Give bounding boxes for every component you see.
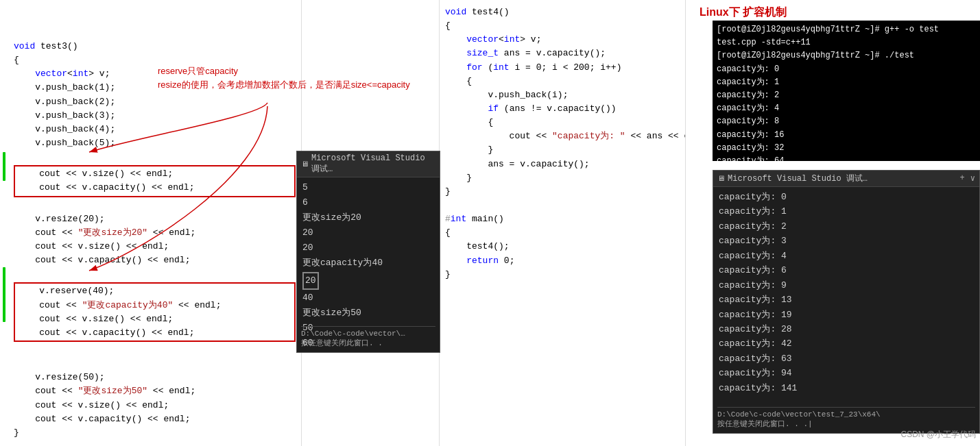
code-line: cout << v.size() << endl;: [18, 312, 291, 326]
terminal-line: capacity为: 1: [717, 76, 976, 89]
vs-line: 更改size为20: [302, 210, 434, 225]
vs-line: capacity为: 42: [719, 336, 974, 351]
vs-line: capacity为: 0: [719, 190, 974, 204]
code-line: }: [445, 171, 682, 185]
code-line: cout << v.capacity() << endl;: [14, 412, 296, 426]
code-line: v.push_back(2);: [14, 95, 296, 109]
code-line: cout << "更改capacity为40" << endl;: [18, 299, 291, 312]
code-line: cout << "更改size为20" << endl;: [14, 226, 296, 240]
vs-line: capacity为: 13: [719, 293, 974, 307]
terminal-line: capacity为: 8: [717, 115, 976, 128]
vs-line: capacity为: 3: [719, 234, 974, 248]
vs-line: capacity为: 9: [719, 278, 974, 293]
linux-section-label: Linux下 扩容机制: [700, 5, 787, 20]
vs-line: 20: [302, 240, 434, 256]
terminal-line: capacity为: 32: [717, 142, 976, 155]
vs-content-right: capacity为: 0 capacity为: 1 capacity为: 2 c…: [713, 187, 979, 398]
vs-line: capacity为: 19: [719, 308, 974, 322]
code-line: cout << v.size() << endl;: [14, 240, 296, 253]
red-highlight-box-1: cout << v.size() << endl; cout << v.capa…: [14, 165, 296, 197]
code-line: size_t ans = v.capacity();: [445, 47, 682, 60]
vs-line: capacity为: 4: [719, 249, 974, 263]
watermark: CSDN @小王学代码: [900, 429, 976, 441]
code-line: cout << "capacity为: " << ans << en: [445, 129, 682, 143]
code-line: v.push_back(i);: [445, 88, 682, 102]
code-line: [14, 199, 296, 212]
vs-title-left: Microsoft Visual Studio 调试…: [311, 153, 435, 175]
code-line: v.push_back(5);: [14, 136, 296, 150]
vs-line: capacity为: 6: [719, 263, 974, 277]
terminal-line: [root@iZ0jl82geus4yqbhg71ttrZ ~]# g++ -o…: [717, 23, 976, 49]
vs-line: 5: [302, 180, 434, 195]
vs-tab-add[interactable]: +: [960, 173, 965, 184]
vs-line: capacity为: 141: [719, 381, 974, 395]
terminal-line: capacity为: 4: [717, 102, 976, 115]
code-line: {: [14, 53, 296, 67]
code-line: }: [445, 185, 682, 199]
vs-line: capacity为: 2: [719, 219, 974, 234]
code-line: #int main(): [445, 212, 682, 226]
code-line: v.push_back(3);: [14, 109, 296, 123]
green-indicator-2: [3, 267, 5, 322]
code-line: }: [445, 143, 682, 157]
vs-popup-right: 🖥 Microsoft Visual Studio 调试… + ∨ capaci…: [713, 170, 980, 434]
terminal-line: [root@iZ0jl82geus4yqbhg71ttrZ ~]# ./test: [717, 49, 976, 62]
vs-footer-right: D:\Code\c-code\vector\test_7_23\x64\按任意键…: [717, 407, 975, 429]
vs-icon-right: 🖥: [717, 174, 725, 183]
vs-footer-left: D:\Code\c-code\vector\…按任意键关闭此窗口. .: [301, 326, 435, 348]
code-line: v.push_back(4);: [14, 123, 296, 136]
vs-line: 更改size为50: [302, 306, 434, 321]
code-line: cout << v.size() << endl;: [14, 399, 296, 412]
code-line: vector<int> v;: [445, 33, 682, 47]
annotation-reserve: reserve只管capacity: [158, 65, 238, 77]
code-line: void test3(): [14, 40, 296, 53]
vs-tab-chevron[interactable]: ∨: [970, 173, 975, 184]
vs-title-controls: + ∨: [960, 173, 975, 184]
terminal-line: capacity为: 64: [717, 155, 976, 168]
code-line: test4();: [445, 240, 682, 253]
code-line: [445, 199, 682, 212]
code-line: cout << v.capacity() << endl;: [18, 181, 291, 195]
code-line: }: [445, 268, 682, 282]
vs-title-left-group: 🖥 Microsoft Visual Studio 调试…: [717, 173, 868, 184]
middle-code-panel: void test4() { vector<int> v; size_t ans…: [439, 0, 686, 446]
vs-line: 6: [302, 195, 434, 210]
vs-line: 20: [302, 272, 319, 290]
code-line: }: [14, 426, 296, 440]
code-line: if (ans != v.capacity()): [445, 102, 682, 116]
vs-line: 20: [302, 225, 434, 240]
code-line: {: [445, 226, 682, 240]
vs-line: 更改capacity为40: [302, 256, 434, 271]
red-highlight-box-2: v.reserve(40); cout << "更改capacity为40" <…: [14, 282, 296, 342]
code-line: [14, 343, 296, 357]
terminal-linux: [root@iZ0jl82geus4yqbhg71ttrZ ~]# g++ -o…: [713, 21, 980, 161]
code-line: cout << "更改size为50" << endl;: [14, 384, 296, 398]
code-line: cout << v.capacity() << endl;: [18, 326, 291, 340]
code-line: ans = v.capacity();: [445, 158, 682, 171]
code-line: [14, 267, 296, 281]
code-line: {: [445, 75, 682, 88]
code-line: cout << v.capacity() << endl;: [14, 253, 296, 267]
code-line: {: [445, 116, 682, 129]
vs-line: capacity为: 1: [719, 204, 974, 219]
terminal-line: capacity为: 0: [717, 63, 976, 76]
annotation-resize: resize的使用，会考虑增加数据个数后，是否满足size<=capacity: [158, 79, 410, 91]
vs-title-right: Microsoft Visual Studio 调试…: [728, 173, 868, 184]
code-line: v.reserve(40);: [18, 284, 291, 298]
code-line: [14, 150, 296, 164]
code-line: [14, 357, 296, 371]
vs-line: 40: [302, 290, 434, 306]
vs-line: capacity为: 28: [719, 322, 974, 336]
green-indicator-1: [3, 152, 5, 181]
vs-line: capacity为: 94: [719, 366, 974, 380]
vs-popup-left: 🖥 Microsoft Visual Studio 调试… 5 6 更改size…: [296, 151, 440, 353]
code-line: void test4(): [445, 5, 682, 19]
code-line: return 0;: [445, 254, 682, 268]
terminal-line: capacity为: 16: [717, 129, 976, 142]
code-line: {: [445, 19, 682, 33]
code-line: v.resize(20);: [14, 212, 296, 226]
vs-icon-left: 🖥: [301, 160, 309, 169]
left-code-panel: void test3() { vector<int> v; v.push_bac…: [0, 0, 302, 446]
vs-line: capacity为: 63: [719, 351, 974, 366]
terminal-line: capacity为: 2: [717, 89, 976, 102]
